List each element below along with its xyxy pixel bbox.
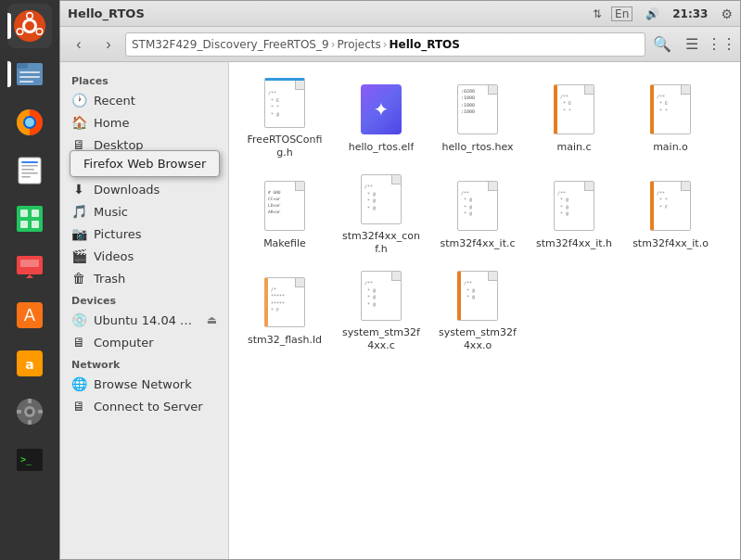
sidebar-item-pictures[interactable]: 📷 Pictures	[60, 223, 228, 245]
window-title: Hello_RTOS	[68, 6, 145, 20]
recent-icon: 🕐	[71, 93, 86, 108]
sep2: ›	[383, 38, 388, 51]
trash-icon: 🗑	[71, 271, 86, 286]
svg-text:a: a	[25, 357, 33, 372]
dock-writer-button[interactable]	[7, 148, 52, 193]
syscc-label: system_stm32f4xx.c	[340, 326, 422, 351]
sidebar-item-home[interactable]: 🏠 Home	[60, 111, 228, 134]
sidebar-item-browse-network[interactable]: 🌐 Browse Network	[60, 373, 228, 395]
file-item-hex[interactable]: :0200:1000:1000:1000 hello_rtos.hex	[431, 71, 524, 164]
svg-rect-22	[21, 176, 31, 178]
ubuntu-label: Ubuntu 14.04 L...	[94, 313, 196, 327]
language-indicator[interactable]: En	[611, 6, 632, 21]
ubuntu-disk-icon: 💿	[71, 312, 86, 327]
file-item-itc[interactable]: /** * @ * @ * @ stm32f4xx_it.c	[431, 168, 524, 261]
trash-label: Trash	[94, 272, 125, 286]
sidebar-item-connect-server[interactable]: 🖥 Connect to Server	[60, 395, 228, 417]
svg-rect-23	[17, 206, 43, 232]
sort-icon: ⇅	[593, 7, 602, 20]
sidebar-item-downloads[interactable]: ⬇ Downloads	[60, 178, 228, 200]
makefile-icon: # GNUCC=arLD=arAR=ar	[261, 178, 309, 234]
hex-label: hello_rtos.hex	[442, 141, 514, 154]
ith-icon: /** * @ * @ * @	[550, 178, 598, 234]
file-item-syscc[interactable]: /** * @ * @ * @ system_stm32f4xx.c	[335, 264, 428, 357]
pictures-icon: 📷	[71, 226, 86, 241]
browse-network-icon: 🌐	[71, 376, 86, 391]
firefox-tooltip: Firefox Web Browser	[70, 150, 220, 177]
maino-label: main.o	[653, 141, 688, 154]
mainc-label: main.c	[556, 141, 591, 154]
sep1: ›	[331, 38, 336, 51]
breadcrumb-stm32[interactable]: STM32F429_Discovery_FreeRTOS_9	[132, 38, 329, 51]
file-item-syso[interactable]: /** * @ * @ system_stm32f4xx.o	[431, 264, 524, 357]
svg-point-5	[25, 21, 34, 31]
view-menu-button[interactable]: ☰	[679, 32, 705, 57]
svg-point-8	[18, 30, 22, 34]
music-label: Music	[94, 205, 128, 219]
itc-label: stm32f4xx_it.c	[440, 237, 515, 250]
eject-icon[interactable]: ⏏	[207, 313, 217, 326]
svg-rect-38	[28, 399, 32, 403]
syso-icon: /** * @ * @	[454, 270, 502, 323]
sidebar-item-music[interactable]: 🎵 Music	[60, 200, 228, 223]
videos-icon: 🎬	[71, 248, 86, 263]
sidebar-item-recent[interactable]: 🕐 Recent	[60, 89, 228, 111]
hex-icon: :0200:1000:1000:1000	[454, 82, 502, 137]
svg-point-37	[27, 409, 32, 414]
computer-icon: 🖥	[71, 335, 86, 350]
file-item-makefile[interactable]: # GNUCC=arLD=arAR=ar Makefile	[238, 168, 331, 261]
sidebar-item-computer[interactable]: 🖥 Computer	[60, 331, 228, 353]
svg-rect-18	[21, 161, 38, 163]
svg-rect-40	[17, 410, 21, 414]
dock-calc-button[interactable]	[7, 197, 52, 241]
title-bar: Hello_RTOS ⇅ En 🔊 21:33 ⚙	[60, 1, 740, 27]
dock-firefox-button[interactable]	[7, 100, 52, 145]
file-item-maino[interactable]: /** * E * * main.o	[624, 71, 717, 164]
downloads-icon: ⬇	[71, 182, 86, 197]
makefile-label: Makefile	[263, 237, 306, 250]
system-settings-icon[interactable]: ⚙	[721, 6, 733, 21]
svg-rect-19	[21, 165, 38, 167]
back-button[interactable]: ‹	[66, 32, 92, 57]
dock-amazon-button[interactable]: a	[7, 341, 52, 386]
breadcrumb-hello-rtos[interactable]: Hello_RTOS	[390, 38, 460, 51]
toolbar-right: 🔍 ☰ ⋮⋮	[649, 32, 735, 57]
file-manager-window: Hello_RTOS ⇅ En 🔊 21:33 ⚙ ‹ › STM32F429_…	[59, 0, 741, 560]
connect-server-label: Connect to Server	[94, 400, 203, 414]
breadcrumb-projects[interactable]: Projects	[337, 38, 380, 51]
svg-rect-26	[20, 221, 28, 228]
file-item-conf[interactable]: /** * @ * @ * @ stm32f4xx_conf.h	[335, 168, 428, 261]
dock-files-button[interactable]	[7, 52, 52, 96]
file-item-ito[interactable]: /** * * * F stm32f4xx_it.o	[624, 168, 717, 261]
conf-label: stm32f4xx_conf.h	[340, 230, 422, 255]
downloads-label: Downloads	[94, 183, 160, 197]
dock-settings-button[interactable]	[7, 389, 52, 434]
dock-terminal-button[interactable]: >_	[7, 438, 52, 482]
search-button[interactable]: 🔍	[649, 32, 675, 57]
sidebar-item-videos[interactable]: 🎬 Videos	[60, 245, 228, 267]
file-item-ith[interactable]: /** * @ * @ * @ stm32f4xx_it.h	[528, 168, 620, 261]
dock-software-button[interactable]: A	[7, 293, 52, 337]
forward-button[interactable]: ›	[96, 32, 121, 57]
ld-label: stm32_flash.ld	[248, 334, 322, 347]
file-item-elf[interactable]: ✦ hello_rtos.elf	[335, 71, 428, 164]
sidebar-item-trash[interactable]: 🗑 Trash	[60, 267, 228, 289]
home-label: Home	[94, 116, 129, 130]
file-item-mainc[interactable]: /** * E * * main.c	[528, 71, 620, 164]
conf-icon: /** * @ * @ * @	[357, 173, 405, 226]
devices-header: Devices	[60, 289, 228, 309]
clock: 21:33	[672, 7, 708, 20]
connect-server-icon: 🖥	[71, 399, 86, 414]
home-icon: 🏠	[71, 115, 86, 130]
syso-label: system_stm32f4xx.o	[437, 326, 518, 351]
music-icon: 🎵	[71, 204, 86, 219]
dock-ubuntu-button[interactable]	[7, 4, 52, 48]
svg-text:A: A	[24, 305, 36, 325]
dock-impress-button[interactable]	[7, 245, 52, 289]
breadcrumb-bar: STM32F429_Discovery_FreeRTOS_9 › Project…	[125, 32, 645, 57]
volume-icon: 🔊	[645, 7, 659, 20]
file-item-ld[interactable]: /************ F stm32_flash.ld	[238, 264, 331, 357]
file-item-freertosconfig[interactable]: /** * E * * * @ FreeRTOSConfig.h	[238, 71, 331, 164]
sidebar-item-ubuntu[interactable]: 💿 Ubuntu 14.04 L... ⏏	[60, 309, 228, 331]
extra-menu-button[interactable]: ⋮⋮	[709, 32, 735, 57]
